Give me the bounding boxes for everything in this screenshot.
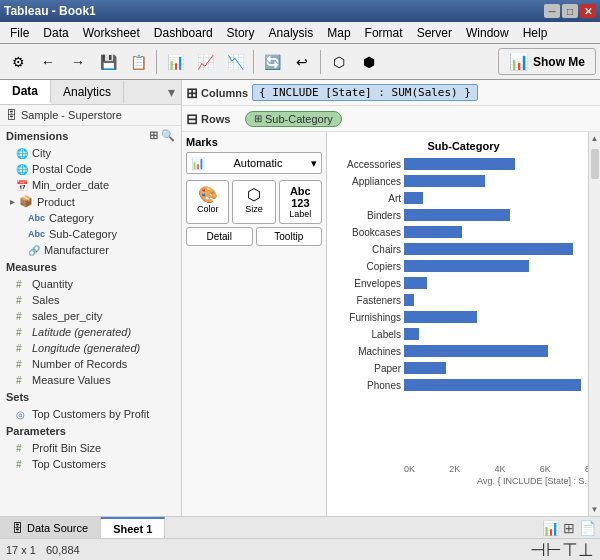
scroll-down[interactable]: ▼	[589, 503, 600, 516]
bar-row[interactable]: Chairs	[331, 241, 596, 257]
bar-row[interactable]: Copiers	[331, 258, 596, 274]
field-latitude[interactable]: # Latitude (generated)	[0, 324, 181, 340]
toolbar-chart1[interactable]: 📈	[191, 48, 219, 76]
bar-fill	[404, 311, 477, 323]
field-quantity[interactable]: # Quantity	[0, 276, 181, 292]
panel-arrow[interactable]: ▾	[162, 84, 181, 100]
toolbar-present[interactable]: ⬡	[325, 48, 353, 76]
bar-row[interactable]: Binders	[331, 207, 596, 223]
menu-data[interactable]: Data	[37, 24, 74, 42]
menu-server[interactable]: Server	[411, 24, 458, 42]
menu-window[interactable]: Window	[460, 24, 515, 42]
tab-data[interactable]: Data	[0, 80, 51, 104]
field-city[interactable]: 🌐 City	[0, 145, 181, 161]
datasource-item[interactable]: 🗄 Sample - Superstore	[0, 105, 181, 126]
rows-subcategory[interactable]: ⊞ Sub-Category	[245, 111, 342, 127]
bar-row[interactable]: Accessories	[331, 156, 596, 172]
marks-tooltip-btn[interactable]: Tooltip	[256, 227, 323, 246]
toolbar-chart2[interactable]: 📉	[221, 48, 249, 76]
tab-sheet1[interactable]: Sheet 1	[101, 517, 165, 538]
menu-bar: File Data Worksheet Dashboard Story Anal…	[0, 22, 600, 44]
menu-help[interactable]: Help	[517, 24, 554, 42]
bar-track	[404, 260, 596, 272]
columns-formula[interactable]: { INCLUDE [State] : SUM(Sales) }	[252, 84, 478, 101]
field-profit-bin[interactable]: # Profit Bin Size	[0, 440, 181, 456]
hash-icon2: #	[16, 295, 28, 306]
field-min-order[interactable]: 📅 Min_order_date	[0, 177, 181, 193]
field-quantity-label: Quantity	[32, 278, 73, 290]
field-sales-label: Sales	[32, 294, 60, 306]
measures-label: Measures	[6, 261, 57, 273]
show-me-button[interactable]: 📊 Show Me	[498, 48, 596, 75]
field-top-customers[interactable]: ◎ Top Customers by Profit	[0, 406, 181, 422]
field-longitude[interactable]: # Longitude (generated)	[0, 340, 181, 356]
maximize-button[interactable]: □	[562, 4, 578, 18]
scroll-up[interactable]: ▲	[589, 132, 600, 145]
scroll-thumb[interactable]	[591, 149, 599, 179]
close-button[interactable]: ✕	[580, 4, 596, 18]
hash-icon3: #	[16, 311, 28, 322]
toolbar-forward[interactable]: →	[64, 48, 92, 76]
field-sales[interactable]: # Sales	[0, 292, 181, 308]
toolbar-fit[interactable]: ⬢	[355, 48, 383, 76]
menu-worksheet[interactable]: Worksheet	[77, 24, 146, 42]
menu-file[interactable]: File	[4, 24, 35, 42]
bar-label: Appliances	[331, 176, 401, 187]
field-top-cust-param[interactable]: # Top Customers	[0, 456, 181, 472]
bar-row[interactable]: Phones	[331, 377, 596, 393]
marks-size-btn[interactable]: ⬡ Size	[232, 180, 275, 224]
tab-analytics[interactable]: Analytics	[51, 81, 124, 103]
field-category-label: Category	[49, 212, 94, 224]
new-story-icon[interactable]: 📄	[579, 520, 596, 536]
bar-row[interactable]: Art	[331, 190, 596, 206]
marks-detail-btn[interactable]: Detail	[186, 227, 253, 246]
marks-type-select[interactable]: 📊 Automatic ▾	[186, 152, 322, 174]
bar-row[interactable]: Furnishings	[331, 309, 596, 325]
toolbar-back[interactable]: ←	[34, 48, 62, 76]
minimize-button[interactable]: ─	[544, 4, 560, 18]
field-sales-per-city[interactable]: # sales_per_city	[0, 308, 181, 324]
bar-fill	[404, 379, 581, 391]
field-postal-label: Postal Code	[32, 163, 92, 175]
search-icon[interactable]: 🔍	[161, 129, 175, 142]
dimensions-icons[interactable]: ⊞ 🔍	[149, 129, 175, 142]
bar-row[interactable]: Machines	[331, 343, 596, 359]
bar-row[interactable]: Envelopes	[331, 275, 596, 291]
marks-label-btn[interactable]: Abc123 Label	[279, 180, 322, 224]
bar-row[interactable]: Paper	[331, 360, 596, 376]
bar-label: Copiers	[331, 261, 401, 272]
field-subcategory[interactable]: Abc Sub-Category	[0, 226, 181, 242]
tab-datasource[interactable]: 🗄 Data Source	[0, 517, 101, 538]
bar-fill	[404, 175, 485, 187]
new-dashboard-icon[interactable]: ⊞	[563, 520, 575, 536]
toolbar-save[interactable]: 💾	[94, 48, 122, 76]
toolbar-copy[interactable]: 📋	[124, 48, 152, 76]
bar-row[interactable]: Bookcases	[331, 224, 596, 240]
show-me-label: Show Me	[533, 55, 585, 69]
menu-map[interactable]: Map	[321, 24, 356, 42]
new-sheet-icon[interactable]: 📊	[542, 520, 559, 536]
menu-story[interactable]: Story	[221, 24, 261, 42]
toolbar-datasource[interactable]: 📊	[161, 48, 189, 76]
toolbar-filter[interactable]: 🔄	[258, 48, 286, 76]
menu-dashboard[interactable]: Dashboard	[148, 24, 219, 42]
menu-analysis[interactable]: Analysis	[263, 24, 320, 42]
toolbar-refresh[interactable]: ↩	[288, 48, 316, 76]
bar-row[interactable]: Fasteners	[331, 292, 596, 308]
menu-format[interactable]: Format	[359, 24, 409, 42]
field-product-group[interactable]: ▸ 📦 Product	[0, 193, 181, 210]
field-manufacturer[interactable]: 🔗 Manufacturer	[0, 242, 181, 258]
field-category[interactable]: Abc Category	[0, 210, 181, 226]
field-mv-label: Measure Values	[32, 374, 111, 386]
hash-icon6: #	[16, 359, 28, 370]
bar-row[interactable]: Labels	[331, 326, 596, 342]
field-measure-values[interactable]: # Measure Values	[0, 372, 181, 388]
bar-row[interactable]: Appliances	[331, 173, 596, 189]
field-records[interactable]: # Number of Records	[0, 356, 181, 372]
expand-arrow[interactable]: ▸	[10, 196, 15, 207]
toolbar-new[interactable]: ⚙	[4, 48, 32, 76]
field-postal-code[interactable]: 🌐 Postal Code	[0, 161, 181, 177]
grid-icon[interactable]: ⊞	[149, 129, 158, 142]
chart-scrollbar[interactable]: ▲ ▼	[588, 132, 600, 516]
marks-color-btn[interactable]: 🎨 Color	[186, 180, 229, 224]
